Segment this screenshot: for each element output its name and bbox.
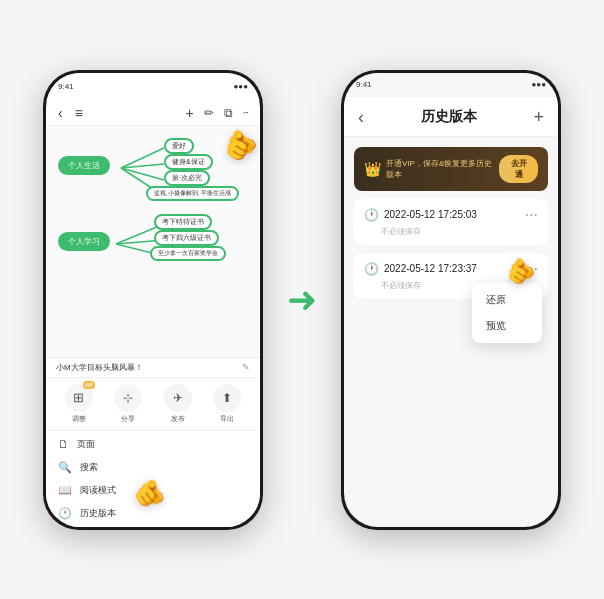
- rp-add-icon[interactable]: +: [533, 107, 544, 128]
- menu-search-label: 搜索: [80, 461, 98, 474]
- vip-banner-text: 开通VIP，保存&恢复更多历史版本: [386, 158, 499, 180]
- history-time-1: 🕐 2022-05-12 17:25:03: [364, 208, 477, 222]
- finger-cursor-history: 🫵: [132, 475, 169, 511]
- left-phone: 9:41 ●●● ‹ ≡ + ✏ ⧉ ···: [43, 70, 263, 530]
- action-export[interactable]: ⬆ 导出: [213, 384, 241, 424]
- export-icon-circle: ⬆: [213, 384, 241, 412]
- more-icon[interactable]: ···: [241, 105, 250, 120]
- action-publish-label: 发布: [171, 414, 185, 424]
- action-export-label: 导出: [220, 414, 234, 424]
- status-icons: ●●●: [234, 82, 249, 91]
- action-publish[interactable]: ✈ 发布: [164, 384, 192, 424]
- status-time-right: 9:41: [356, 80, 372, 89]
- vip-open-button[interactable]: 去开通: [499, 155, 538, 183]
- toolbar-left: ‹ ≡ + ✏ ⧉ ···: [46, 101, 260, 126]
- status-icons-right: ●●●: [532, 80, 547, 89]
- ctx-item-restore[interactable]: 还原: [472, 287, 542, 313]
- svg-line-2: [121, 168, 164, 180]
- ctx-item-preview[interactable]: 预览: [472, 313, 542, 339]
- pin-icon[interactable]: ✏: [202, 104, 216, 122]
- node-fitness: 健身&保证: [164, 154, 213, 170]
- history-item-1-header: 🕐 2022-05-12 17:25:03 ···: [364, 207, 538, 223]
- node-cert1: 考下特待证书: [154, 214, 212, 230]
- menu-read-label: 阅读模式: [80, 484, 116, 497]
- mind-map-area: 个人生活 爱好 健身&保证 旅·次必完 监视,小摄像解剖, 平衡生活感 个人学习…: [46, 126, 260, 357]
- finger-cursor-right: 🫵: [504, 254, 538, 287]
- history-time-2: 🕐 2022-05-12 17:23:37: [364, 262, 477, 276]
- node-hobby: 爱好: [164, 138, 194, 154]
- doc-title: 小M大学目标头脑风暴！: [56, 362, 143, 373]
- status-time: 9:41: [58, 82, 74, 91]
- page-icon: 🗋: [58, 438, 69, 450]
- edit-icon[interactable]: ✎: [242, 362, 250, 372]
- menu-item-page[interactable]: 🗋 页面: [46, 433, 260, 456]
- copy-icon[interactable]: ⧉: [222, 104, 235, 122]
- node-personal-study: 个人学习: [58, 232, 110, 251]
- rp-content: 👑 开通VIP，保存&恢复更多历史版本 去开通 🕐 2022-05-12 17:…: [344, 137, 558, 527]
- doc-title-row: 小M大学目标头脑风暴！ ✎: [46, 358, 260, 378]
- back-icon[interactable]: ‹: [56, 103, 65, 123]
- node-travel: 旅·次必完: [164, 170, 210, 186]
- search-icon: 🔍: [58, 461, 72, 474]
- action-adjust[interactable]: ⊞ VIP 调整: [65, 384, 93, 424]
- rp-header-title: 历史版本: [421, 108, 477, 126]
- clock-icon-1: 🕐: [364, 208, 379, 222]
- main-container: 9:41 ●●● ‹ ≡ + ✏ ⧉ ···: [0, 0, 604, 599]
- history-dots-1[interactable]: ···: [525, 207, 538, 223]
- vip-banner: 👑 开通VIP，保存&恢复更多历史版本 去开通: [354, 147, 548, 191]
- arrow-icon: ➜: [287, 279, 317, 321]
- read-mode-icon: 📖: [58, 484, 72, 497]
- history-sub-1: 不必须保存: [381, 226, 538, 237]
- menu-history-label: 历史版本: [80, 507, 116, 520]
- menu-icon[interactable]: ≡: [73, 103, 85, 123]
- vip-banner-left: 👑 开通VIP，保存&恢复更多历史版本: [364, 158, 499, 180]
- vip-badge: VIP: [83, 381, 95, 389]
- add-icon[interactable]: +: [183, 103, 195, 123]
- node-cert2: 考下四六级证书: [154, 230, 219, 246]
- svg-line-1: [121, 164, 164, 168]
- rp-back-icon[interactable]: ‹: [358, 107, 364, 128]
- history-icon: 🕐: [58, 507, 72, 520]
- menu-page-label: 页面: [77, 438, 95, 451]
- history-timestamp-2: 2022-05-12 17:23:37: [384, 263, 477, 274]
- status-bar-right: 9:41 ●●●: [344, 73, 558, 97]
- bottom-panel: 小M大学目标头脑风暴！ ✎ ⊞ VIP 调整 ⊹: [46, 357, 260, 527]
- svg-line-0: [121, 148, 164, 168]
- right-phone: 9:41 ●●● ‹ 历史版本 + 👑 开通VIP，保存&恢复更多历史版本 去开…: [341, 70, 561, 530]
- share-icon-circle: ⊹: [114, 384, 142, 412]
- publish-icon-circle: ✈: [164, 384, 192, 412]
- action-share-label: 分享: [121, 414, 135, 424]
- vip-crown-icon: 👑: [364, 161, 381, 177]
- finger-cursor-top: 🫵: [219, 126, 260, 165]
- node-balance: 监视,小摄像解剖, 平衡生活感: [146, 186, 239, 201]
- history-item-1: 🕐 2022-05-12 17:25:03 ··· 不必须保存: [354, 199, 548, 245]
- history-item-2: 🕐 2022-05-12 17:23:37 ··· 不必须保存 还原 预览 🫵: [354, 253, 548, 299]
- context-menu: 还原 预览: [472, 283, 542, 343]
- action-icons: ⊞ VIP 调整 ⊹ 分享 ✈: [46, 378, 260, 431]
- clock-icon-2: 🕐: [364, 262, 379, 276]
- menu-item-search[interactable]: 🔍 搜索: [46, 456, 260, 479]
- action-share[interactable]: ⊹ 分享: [114, 384, 142, 424]
- rp-header: ‹ 历史版本 +: [344, 97, 558, 137]
- node-scholarship: 至少拿一次百家奖学金: [150, 246, 226, 261]
- history-timestamp-1: 2022-05-12 17:25:03: [384, 209, 477, 220]
- action-adjust-label: 调整: [72, 414, 86, 424]
- adjust-icon-circle: ⊞ VIP: [65, 384, 93, 412]
- node-personal-life: 个人生活: [58, 156, 110, 175]
- status-bar-left: 9:41 ●●●: [46, 73, 260, 101]
